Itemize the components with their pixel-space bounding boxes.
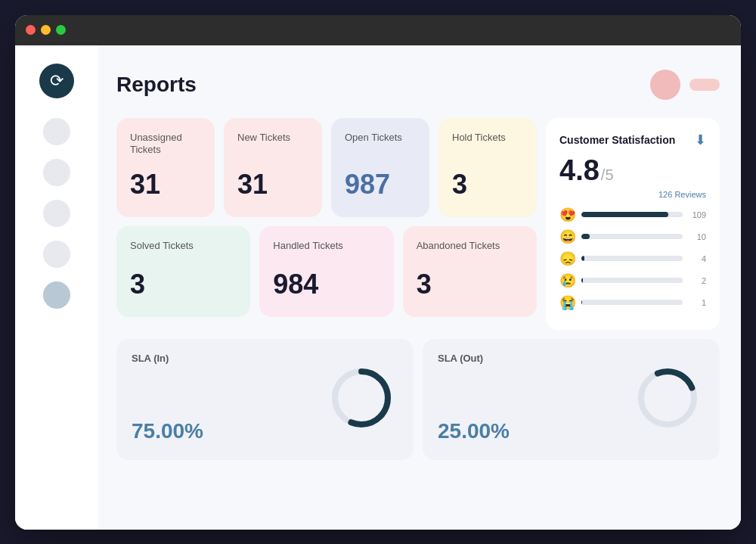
satisfaction-title: Customer Statisfaction (559, 134, 675, 146)
sidebar-item-2[interactable] (43, 159, 70, 186)
rating-row-3: 😞 4 (559, 250, 706, 267)
sidebar-item-4[interactable] (43, 241, 70, 268)
ticket-card-unassigned[interactable]: Unassigned Tickets 31 (116, 118, 215, 218)
satisfaction-card: Customer Statisfaction ⬇ 4.8 /5 126 Revi… (546, 118, 720, 330)
sla-out-card[interactable]: SLA (Out) 25.00% (423, 339, 720, 460)
header: Reports (116, 70, 720, 100)
abandoned-label: Abandoned Tickets (417, 240, 523, 253)
main-content: Reports Unassigned Tickets 31 (98, 45, 741, 530)
close-dot[interactable] (26, 25, 36, 35)
filter-pill[interactable] (689, 79, 720, 91)
sla-in-ring (327, 364, 395, 435)
ticket-card-abandoned[interactable]: Abandoned Tickets 3 (403, 226, 537, 317)
rating-value: 4.8 (559, 154, 600, 187)
header-right (650, 70, 720, 100)
minimize-dot[interactable] (41, 25, 51, 35)
ticket-card-solved[interactable]: Solved Tickets 3 (116, 226, 250, 317)
ticket-card-open[interactable]: Open Tickets 987 (331, 118, 429, 218)
bar-count-3: 4 (688, 254, 706, 263)
bar-bg-2 (581, 278, 683, 283)
rating-row-4: 😄 10 (559, 228, 706, 245)
rating-row-5: 😍 109 (559, 207, 706, 223)
rating-row-1: 😭 1 (559, 294, 706, 311)
bar-count-1: 1 (688, 298, 706, 307)
ticket-card-hold[interactable]: Hold Tickets 3 (438, 118, 537, 218)
sla-in-card[interactable]: SLA (In) 75.00% (116, 339, 414, 460)
reviews-count: 126 Reviews (559, 190, 706, 199)
satisfaction-bars: 😍 109 😄 10 (559, 207, 706, 311)
tickets-left: Unassigned Tickets 31 New Tickets 31 Ope… (116, 118, 537, 330)
bar-fill-1 (581, 300, 582, 305)
browser-window: ⟳ Reports (15, 15, 741, 530)
bar-count-4: 10 (688, 232, 706, 241)
bar-count-2: 2 (688, 276, 706, 285)
avatar[interactable] (650, 70, 680, 100)
handled-label: Handled Tickets (273, 240, 380, 253)
sla-out-ring (634, 364, 702, 435)
open-label: Open Tickets (345, 132, 416, 145)
handled-value: 984 (273, 269, 380, 300)
sidebar-item-5[interactable] (43, 281, 70, 309)
abandoned-value: 3 (417, 269, 523, 300)
ticket-card-handled[interactable]: Handled Tickets 984 (259, 226, 393, 317)
open-value: 987 (345, 169, 416, 201)
hold-value: 3 (452, 169, 523, 201)
emoji-5: 😍 (559, 207, 576, 223)
solved-value: 3 (130, 269, 237, 300)
unassigned-label: Unassigned Tickets (130, 132, 201, 157)
rating-main: 4.8 /5 (559, 154, 706, 187)
sla-out-ring-svg (634, 364, 702, 432)
tickets-row2: Solved Tickets 3 Handled Tickets 984 Aba… (116, 226, 537, 317)
bar-count-5: 109 (688, 210, 706, 219)
bar-bg-4 (581, 234, 683, 239)
sla-section: SLA (In) 75.00% SLA (Out) 25.00% (116, 339, 720, 460)
sla-out-label: SLA (Out) (438, 353, 705, 364)
maximize-dot[interactable] (56, 25, 66, 35)
app-body: ⟳ Reports (15, 45, 741, 530)
rating-row-2: 😢 2 (559, 272, 706, 289)
bar-bg-3 (581, 256, 683, 261)
logo-icon: ⟳ (50, 71, 64, 91)
sla-in-ring-svg (327, 364, 395, 432)
sla-in-label: SLA (In) (132, 353, 398, 364)
unassigned-value: 31 (130, 169, 201, 201)
tickets-row1: Unassigned Tickets 31 New Tickets 31 Ope… (116, 118, 537, 218)
bar-fill-5 (581, 212, 668, 217)
hold-label: Hold Tickets (452, 132, 523, 145)
new-label: New Tickets (237, 132, 308, 145)
emoji-3: 😞 (559, 250, 576, 267)
page-title: Reports (116, 73, 197, 97)
satisfaction-header: Customer Statisfaction ⬇ (559, 132, 706, 148)
bar-bg-1 (581, 300, 683, 305)
ticket-card-new[interactable]: New Tickets 31 (224, 118, 322, 218)
bar-fill-2 (581, 278, 583, 283)
sidebar-item-3[interactable] (43, 200, 70, 227)
bar-fill-3 (581, 256, 584, 261)
sidebar-item-1[interactable] (43, 118, 70, 145)
download-icon[interactable]: ⬇ (695, 132, 706, 148)
tickets-satisfaction-section: Unassigned Tickets 31 New Tickets 31 Ope… (116, 118, 720, 330)
emoji-2: 😢 (559, 272, 576, 289)
rating-max: /5 (601, 166, 614, 184)
sidebar: ⟳ (15, 45, 98, 530)
new-value: 31 (237, 169, 308, 201)
bar-bg-5 (581, 212, 683, 217)
bar-fill-4 (581, 234, 590, 239)
sidebar-logo[interactable]: ⟳ (39, 64, 74, 98)
emoji-4: 😄 (559, 228, 576, 245)
solved-label: Solved Tickets (130, 240, 237, 253)
titlebar (15, 15, 741, 45)
emoji-1: 😭 (559, 294, 576, 311)
